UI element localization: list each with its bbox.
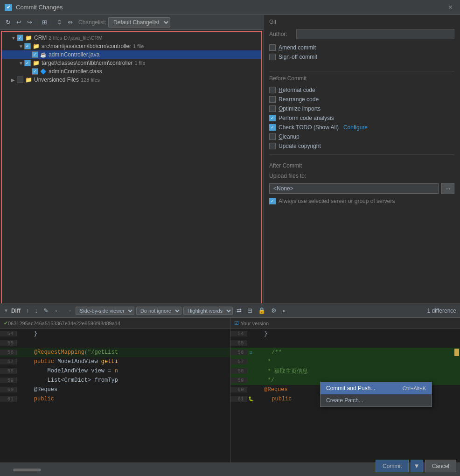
reformat-checkbox[interactable]: [269, 87, 276, 93]
after-commit-section: After Commit Upload files to: <None> ···…: [269, 162, 454, 204]
cleanup-checkbox[interactable]: [269, 133, 276, 140]
optimize-row[interactable]: Optimize imports: [269, 104, 454, 113]
commit-button[interactable]: Commit: [376, 460, 409, 472]
copyright-label: Update copyright: [279, 143, 321, 149]
diff-right-line-54: 54 }: [230, 329, 460, 338]
author-input[interactable]: [296, 29, 454, 39]
diff-left-line-60: 60 @Reques: [0, 385, 230, 394]
check-target[interactable]: ✓: [24, 60, 31, 66]
upload-select[interactable]: <None>: [269, 183, 439, 194]
diff-highlight-select[interactable]: Highlight words: [183, 307, 233, 315]
cancel-button[interactable]: Cancel: [425, 460, 456, 472]
diff-viewer-select[interactable]: Side-by-side viewer: [76, 307, 134, 315]
cleanup-label: Cleanup: [279, 133, 300, 140]
diff-left-line-56: 56 @RequestMapping("/getList: [0, 348, 230, 357]
context-menu-commit-push[interactable]: Commit and Push... Ctrl+Alt+K: [321, 382, 432, 394]
diff-back-btn[interactable]: ←: [52, 306, 62, 315]
perform-label: Perform code analysis: [279, 115, 334, 121]
tree-item-crm[interactable]: ▼ ✓ 📁 CRM 2 files D:\java_file\CRM: [2, 34, 261, 42]
tree-item-target[interactable]: ▼ ✓ 📁 target\classes\com\lbb\crm\control…: [2, 59, 261, 67]
check-crm[interactable]: ✓: [17, 35, 23, 41]
before-commit-section: Before Commit Reformat code Rearrange co…: [269, 75, 454, 151]
diff-count: 1 difference: [427, 308, 457, 314]
changelist-label: Changelist:: [78, 19, 106, 26]
signoff-commit-row[interactable]: Sign-off commit: [269, 52, 454, 62]
diff-edit-btn[interactable]: ✎: [42, 306, 50, 315]
tree-item-unversioned[interactable]: ▶ 📁 Unversioned Files 128 files: [2, 76, 261, 84]
changelist-select[interactable]: Default Changelist: [108, 17, 170, 28]
unversioned-meta: 128 files: [81, 77, 100, 83]
diff-forward-btn[interactable]: →: [64, 306, 74, 315]
title-bar: ✔ Commit Changes ×: [0, 0, 460, 15]
check-unversioned[interactable]: [17, 77, 23, 83]
copyright-row[interactable]: Update copyright: [269, 141, 454, 151]
tree-item-adminjava[interactable]: ✓ ☕ adminController.java: [2, 50, 261, 59]
diff-left-line-61: 61 public: [0, 394, 230, 404]
folder-icon-target: 📁: [33, 60, 40, 66]
diff-lock-btn[interactable]: 🔒: [256, 306, 267, 315]
create-patch-label: Create Patch...: [326, 397, 363, 404]
checktodo-row[interactable]: ✓ Check TODO (Show All) Configure: [269, 123, 454, 132]
perform-checkbox[interactable]: ✓: [269, 115, 276, 121]
always-use-checkbox[interactable]: ✓: [269, 198, 276, 204]
divider2: [269, 154, 454, 155]
diff-ignore-select[interactable]: Do not ignore: [136, 307, 181, 315]
commit-dropdown-button[interactable]: ▼: [411, 460, 423, 472]
upload-more-btn[interactable]: ···: [441, 183, 454, 194]
diff-down-btn[interactable]: ↓: [33, 306, 40, 315]
diff-sync-btn[interactable]: ⇄: [235, 306, 244, 315]
diff-settings-btn[interactable]: ⚙: [269, 306, 279, 315]
adminjava-label: adminController.java: [49, 51, 99, 58]
tree-item-adminclass[interactable]: ✓ 🔷 adminController.class: [2, 67, 261, 76]
copyright-checkbox[interactable]: [269, 143, 276, 149]
refresh-btn[interactable]: ↻: [4, 18, 13, 27]
amend-commit-row[interactable]: Amend commit: [269, 43, 454, 52]
before-commit-title: Before Commit: [269, 75, 454, 82]
class-file-icon: 🔷: [40, 69, 47, 75]
crm-label: CRM: [34, 35, 47, 41]
folder-icon-src: 📁: [33, 43, 40, 49]
close-button[interactable]: ×: [446, 2, 455, 13]
diff-up-btn[interactable]: ↑: [24, 306, 31, 315]
diff-left-line-54: 54 }: [0, 329, 230, 338]
diff-right-label: Your version: [241, 321, 269, 326]
expand-arrow-crm: ▼: [11, 35, 17, 41]
group-btn[interactable]: ⊞: [40, 18, 49, 27]
redo-btn[interactable]: ↪: [25, 18, 34, 27]
upload-select-row: <None> ···: [269, 183, 454, 194]
divider1: [269, 71, 454, 71]
rearrange-row[interactable]: Rearrange code: [269, 95, 454, 104]
checktodo-checkbox[interactable]: ✓: [269, 124, 276, 131]
diff-more-btn[interactable]: »: [280, 306, 287, 315]
diff-right-header: ☑ Your version: [230, 318, 460, 329]
git-section: Git Author: Amend commit Sign-off commit: [269, 19, 454, 62]
rearrange-checkbox[interactable]: [269, 96, 276, 103]
context-menu-create-patch[interactable]: Create Patch...: [321, 394, 432, 406]
diff-left-header: ✔ 0631295ac246a5153367e34e22e9596f98d89a…: [0, 318, 230, 329]
window-title: Commit Changes: [16, 4, 446, 11]
check-src[interactable]: ✓: [24, 43, 31, 49]
diff-right-line-55: 55: [230, 338, 460, 348]
amend-checkbox[interactable]: [269, 44, 276, 51]
line56-checkbox[interactable]: ☑: [247, 350, 255, 355]
cleanup-row[interactable]: Cleanup: [269, 132, 454, 141]
expand-btn[interactable]: ⇕: [55, 18, 64, 27]
collapse-btn[interactable]: ⇔: [66, 18, 75, 27]
diff-columns-btn[interactable]: ⊟: [245, 306, 254, 315]
reformat-row[interactable]: Reformat code: [269, 85, 454, 95]
diff-scrollbar-thumb[interactable]: [13, 469, 41, 471]
check-java[interactable]: ✓: [32, 51, 38, 58]
perform-row[interactable]: ✓ Perform code analysis: [269, 113, 454, 123]
undo-btn[interactable]: ↩: [14, 18, 23, 27]
optimize-label: Optimize imports: [279, 105, 321, 112]
folder-icon-crm: 📁: [25, 35, 32, 41]
optimize-checkbox[interactable]: [269, 105, 276, 112]
check-class[interactable]: ✓: [32, 68, 38, 75]
configure-link[interactable]: Configure: [343, 124, 368, 131]
diff-left-line-58: 58 ModelAndView view = n: [0, 366, 230, 376]
diff-collapse-arrow[interactable]: ▼: [4, 308, 8, 313]
tree-item-src[interactable]: ▼ ✓ 📁 src\main\java\com\lbb\crm\controll…: [2, 42, 261, 50]
amend-label: Amend commit: [279, 44, 316, 51]
signoff-label: Sign-off commit: [279, 54, 317, 60]
signoff-checkbox[interactable]: [269, 54, 276, 60]
